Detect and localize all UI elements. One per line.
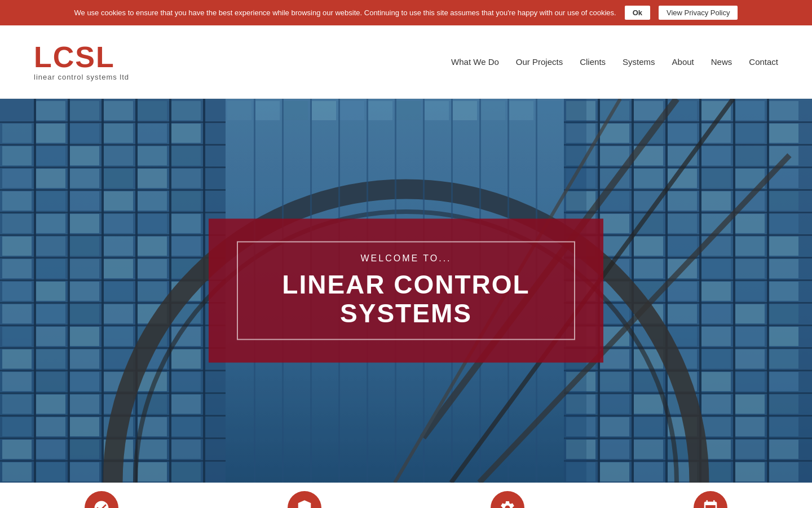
- cookie-privacy-button[interactable]: View Privacy Policy: [659, 6, 738, 20]
- bottom-circle-icon-1: [85, 491, 118, 508]
- nav-systems[interactable]: Systems: [623, 57, 655, 67]
- bottom-circle-icon-3: [491, 491, 524, 508]
- nav-about[interactable]: About: [672, 57, 694, 67]
- logo-title: LCSL: [34, 42, 115, 72]
- bottom-icon-4[interactable]: [694, 491, 727, 508]
- cookie-message: We use cookies to ensure that you have t…: [74, 8, 616, 17]
- cookie-ok-button[interactable]: Ok: [625, 6, 650, 20]
- nav-what-we-do[interactable]: What We Do: [451, 57, 499, 67]
- hero-main-title: LINEAR CONTROL SYSTEMS: [255, 270, 557, 327]
- nav-news[interactable]: News: [711, 57, 732, 67]
- bottom-icon-2[interactable]: [288, 491, 321, 508]
- bottom-icon-3[interactable]: [491, 491, 524, 508]
- bottom-circle-icon-4: [694, 491, 727, 508]
- hero-welcome-text: WELCOME TO...: [255, 253, 557, 264]
- bottom-icons-strip: [0, 483, 812, 508]
- cookie-banner: We use cookies to ensure that you have t…: [0, 0, 812, 25]
- nav-clients[interactable]: Clients: [580, 57, 606, 67]
- logo-subtitle: linear control systems ltd: [34, 73, 129, 81]
- bottom-circle-icon-2: [288, 491, 321, 508]
- hero-inner-border: WELCOME TO... LINEAR CONTROL SYSTEMS: [237, 241, 575, 340]
- main-nav: What We Do Our Projects Clients Systems …: [451, 57, 778, 67]
- nav-contact[interactable]: Contact: [749, 57, 778, 67]
- hero-content: WELCOME TO... LINEAR CONTROL SYSTEMS: [209, 218, 603, 362]
- logo-area[interactable]: LCSL linear control systems ltd: [34, 42, 129, 81]
- hero-text-box: WELCOME TO... LINEAR CONTROL SYSTEMS: [209, 218, 603, 362]
- bottom-icon-1[interactable]: [85, 491, 118, 508]
- header: LCSL linear control systems ltd What We …: [0, 25, 812, 99]
- hero-section: WELCOME TO... LINEAR CONTROL SYSTEMS: [0, 99, 812, 483]
- nav-our-projects[interactable]: Our Projects: [516, 57, 563, 67]
